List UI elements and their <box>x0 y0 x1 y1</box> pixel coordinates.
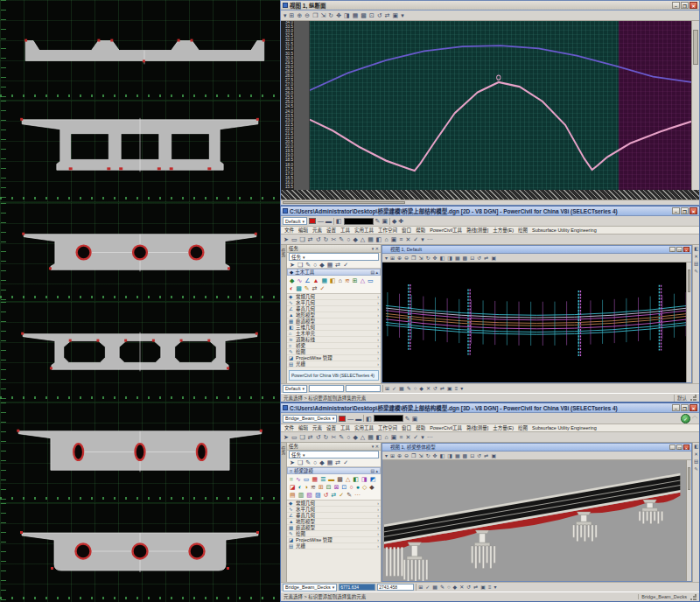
label-bridge-icon[interactable]: ▥ <box>298 492 304 498</box>
load-rating-icon[interactable]: ⇄ <box>331 492 336 498</box>
clip-mask-icon[interactable]: ▩ <box>463 453 468 458</box>
view-display-mode-dropdown[interactable]: ▾ <box>385 453 388 458</box>
linear-template-icon[interactable]: ▭ <box>368 277 374 284</box>
coordinate-field-y[interactable]: 2743.458 <box>377 584 414 591</box>
menu-item[interactable]: 编辑 <box>298 424 308 431</box>
view-undo-icon[interactable]: ↺ <box>477 453 481 458</box>
pattern-icon[interactable]: ▦ <box>327 262 333 268</box>
grid-lock-icon[interactable]: ▦ <box>399 386 404 391</box>
pan-view-icon[interactable]: ✥ <box>433 453 438 458</box>
place-arc-icon[interactable]: △ <box>360 236 365 242</box>
render-mode-icon[interactable]: ▣ <box>393 12 399 18</box>
view-attributes-icon[interactable]: ⊞ <box>290 12 295 18</box>
menu-item[interactable]: 路线[测量] <box>466 227 488 234</box>
clash-detection-icon[interactable]: ▤ <box>290 492 296 498</box>
menu-item[interactable]: 帮助 <box>416 424 425 431</box>
docked-tab[interactable]: 任务 <box>281 443 287 582</box>
axis-lock-icon[interactable]: ⇄ <box>440 386 444 391</box>
zoom-out-icon[interactable]: ⊖ <box>404 256 409 261</box>
level-icon[interactable]: ◧ <box>336 218 342 224</box>
restore-button[interactable]: ❐ <box>681 404 689 411</box>
undo-icon[interactable]: ↺ <box>316 434 321 440</box>
close-button[interactable]: ✕ <box>690 207 697 214</box>
active-color-swatch[interactable] <box>309 218 316 224</box>
place-polygon-icon[interactable]: ◆ <box>353 434 357 440</box>
render-mode-icon[interactable]: ▣ <box>491 453 496 458</box>
menu-item[interactable]: 工作空间 <box>378 424 397 431</box>
template-icon[interactable]: ▣ <box>412 416 418 422</box>
element-class-icon[interactable]: ✎ <box>375 218 381 224</box>
geometry-report-icon[interactable]: ▦ <box>321 277 327 284</box>
place-beam-layout-icon[interactable]: ☰ <box>320 476 326 482</box>
minimize-button[interactable]: – <box>672 207 680 214</box>
civil-accudraw-icon[interactable]: ▲ <box>313 277 319 284</box>
change-attributes-icon[interactable]: ◧ <box>376 434 382 440</box>
element-selection-icon[interactable]: ➤ <box>290 262 295 268</box>
key-in-dropdown[interactable]: ▾ <box>421 236 424 242</box>
viewport-titlebar[interactable]: 视图 1, 桥梁整体模型 – ❐ ✕ <box>382 444 691 452</box>
fence-icon[interactable]: ❏ <box>298 262 303 268</box>
close-panel-icon[interactable]: ✕ <box>375 444 379 449</box>
locks-menu-icon[interactable]: ≡ <box>455 386 458 391</box>
place-shape-icon[interactable]: ◆ <box>319 262 324 268</box>
snap-intersection-icon[interactable]: ✕ <box>459 584 464 590</box>
depth-lock-icon[interactable]: ▣ <box>480 584 486 590</box>
resize-grip[interactable] <box>690 594 696 600</box>
cells-icon[interactable]: ⌂ <box>384 434 388 440</box>
change-attributes-icon[interactable]: ◧ <box>376 236 382 242</box>
menu-item[interactable]: 绘图 <box>518 227 528 234</box>
rotate-view-icon[interactable]: ↻ <box>426 256 430 261</box>
move-copy-icon[interactable]: ⇄ <box>335 459 340 466</box>
menu-item[interactable]: 编辑 <box>298 227 308 234</box>
set-elevation-icon[interactable]: ⇄ <box>312 285 318 291</box>
close-button[interactable]: ✕ <box>690 2 697 9</box>
cross-section-panel-box-girder[interactable] <box>0 101 280 203</box>
fit-view-icon[interactable]: ⇲ <box>419 256 424 261</box>
app-titlebar[interactable]: C:\Users\Administrator\Desktop\桥梁建模\桥梁上部… <box>281 403 699 413</box>
feature-definition-icon[interactable]: ∠ <box>304 277 310 284</box>
civil-cell-icon[interactable]: ⌂ <box>339 277 342 284</box>
wireframe-canvas[interactable] <box>382 262 691 382</box>
menu-item[interactable]: 元素 <box>312 227 322 234</box>
axis-lock-icon[interactable]: ⇄ <box>473 584 478 590</box>
view-previous-icon[interactable]: ◨ <box>344 12 350 18</box>
span-arrangement-icon[interactable]: ○ <box>349 484 353 490</box>
profile-window-titlebar[interactable]: 视图 1, 纵断面 – ❐ ✕ <box>281 1 699 10</box>
undo-icon[interactable]: ↺ <box>316 236 321 242</box>
snap-origin-icon[interactable]: ↺ <box>433 386 438 391</box>
hatch-icon[interactable]: ▦ <box>368 236 374 242</box>
cross-section-panel-slab-round-voids[interactable] <box>0 503 280 602</box>
swap-view-icon[interactable]: ⇄ <box>484 256 488 261</box>
menu-item[interactable]: 帮助 <box>416 227 425 234</box>
references-icon[interactable]: ≡ <box>399 236 402 242</box>
line-weight-icon[interactable]: ▬ <box>326 218 332 224</box>
menu-item[interactable]: Subsurface Utility Engineering <box>532 425 597 430</box>
view-previous-icon[interactable]: ◧ <box>440 453 445 458</box>
fence-icon[interactable]: ▭ <box>291 434 298 440</box>
element-class-icon[interactable]: ✎ <box>405 416 410 422</box>
view-display-mode-dropdown[interactable]: ▾ <box>385 256 388 261</box>
move-copy-icon[interactable]: ⇄ <box>335 262 340 268</box>
section-view-icon[interactable]: ▧ <box>306 492 312 498</box>
menu-item[interactable]: Subsurface Utility Engineering <box>532 228 597 233</box>
bridge-annotation-icon[interactable]: ✎ <box>346 492 352 498</box>
coordinate-field-x[interactable] <box>309 385 344 392</box>
line-style-icon[interactable]: — <box>347 416 354 422</box>
copy-view-icon[interactable]: ▦ <box>455 256 460 261</box>
accusnap-toggle-icon[interactable]: ✓ <box>392 386 396 391</box>
menu-item[interactable]: 工具 <box>340 424 350 431</box>
view-next-icon[interactable]: ◨ <box>447 256 452 261</box>
place-shape-icon[interactable]: ◆ <box>319 459 324 466</box>
redo-icon[interactable]: ↻ <box>324 434 329 440</box>
rotate-view-icon[interactable]: ↻ <box>328 12 333 18</box>
place-bearing-icon[interactable]: ◐ <box>298 484 302 490</box>
zoom-out-icon[interactable]: ⊖ <box>404 453 409 458</box>
line-weight-icon[interactable]: ▬ <box>355 416 361 422</box>
more-locks-dropdown[interactable]: ▾ <box>494 584 496 590</box>
menu-item[interactable]: 实用工具 <box>354 424 374 431</box>
section-buttons[interactable]: ▤ ▴ <box>370 468 378 473</box>
swap-view-icon[interactable]: ⇄ <box>484 453 488 458</box>
view-attributes-icon[interactable]: ⊞ <box>390 256 395 261</box>
copy-view-icon[interactable]: ▦ <box>455 453 460 458</box>
zoom-out-icon[interactable]: ⊖ <box>304 12 310 18</box>
